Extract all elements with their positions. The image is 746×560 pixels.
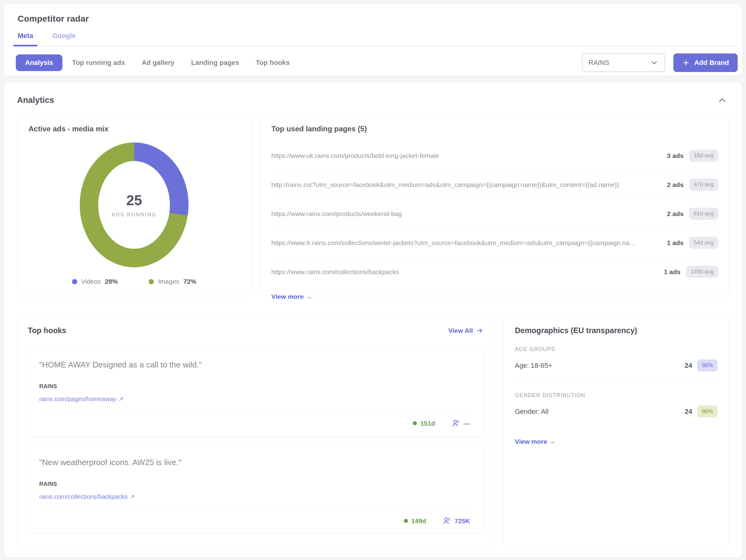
brand-select-value: RAINS — [589, 59, 609, 67]
view-more-link[interactable]: View more → — [271, 293, 312, 300]
media-mix-donut-chart: 25 ADS RUNNING — [80, 142, 189, 267]
landing-pages-title: Top used landing pages (5) — [271, 124, 718, 133]
external-link-icon: ↗ — [118, 395, 124, 403]
hook-link-url: rains.com/pages/homeaway — [39, 396, 116, 403]
ads-running-value: 25 — [126, 192, 142, 208]
chevron-up-icon[interactable] — [715, 94, 729, 106]
analytics-panel: Analytics Active ads - media mix 25 ADS … — [4, 82, 742, 558]
table-row: http://rains.co/?utm_source=facebook&utm… — [271, 170, 718, 199]
legend-label: Images — [158, 278, 179, 285]
nav-analysis[interactable]: Analysis — [16, 54, 62, 71]
view-all-label: View All — [449, 327, 473, 334]
hook-reach: 725K — [443, 517, 470, 525]
top-hooks-card: Top hooks View All "HOME AWAY Designed a… — [17, 313, 494, 547]
table-row: https://www.fr.rains.com/collections/win… — [271, 228, 718, 257]
legend-value: 72% — [183, 278, 196, 285]
age-count: 24 — [685, 362, 692, 370]
ads-count: 3 ads — [667, 152, 684, 160]
landing-page-url[interactable]: http://rains.co/?utm_source=facebook&utm… — [271, 181, 667, 189]
age-row-label: Age: 18-65+ — [515, 362, 685, 370]
nav-top-hooks[interactable]: Top hooks — [249, 54, 297, 71]
media-mix-card: Active ads - media mix 25 ADS RUNNING Vi… — [17, 114, 251, 296]
gender-count: 24 — [685, 408, 692, 416]
landing-page-url[interactable]: https://www.fr.rains.com/collections/win… — [271, 239, 667, 247]
analytics-title: Analytics — [17, 95, 54, 105]
ads-count: 2 ads — [667, 181, 684, 189]
avg-days-badge: 61d avg — [689, 208, 718, 220]
hook-link[interactable]: rains.com/pages/homeaway ↗ — [39, 395, 124, 403]
legend-item-images: Images 72% — [149, 278, 196, 285]
toolbar: Analysis Top running ads Ad gallery Land… — [18, 53, 738, 72]
landing-page-url[interactable]: https://www.uk.rains.com/products/bold-l… — [271, 152, 667, 160]
view-more-link[interactable]: View more → — [515, 438, 556, 445]
hook-link[interactable]: rains.com/collections/backpacks ↗ — [39, 493, 135, 500]
nav-landing-pages[interactable]: Landing pages — [184, 54, 246, 71]
divider — [515, 381, 718, 381]
hook-brand: RAINS — [39, 481, 472, 487]
hook-quote: "New weatherproof icons. AW25 is live." — [39, 458, 472, 467]
hook-brand: RAINS — [39, 383, 472, 390]
hook-card: "HOME AWAY Designed as a call to the wil… — [27, 348, 485, 437]
demo-row-age: Age: 18-65+ 24 96% — [515, 359, 718, 371]
hook-link-url: rains.com/collections/backpacks — [39, 493, 127, 500]
platform-tabs: Meta Google — [13, 30, 738, 46]
tab-meta[interactable]: Meta — [13, 30, 37, 46]
avg-days-badge: 18d avg — [689, 149, 718, 162]
legend-item-videos: Videos 28% — [72, 278, 118, 285]
avg-days-badge: 54d avg — [689, 237, 718, 249]
top-hooks-title: Top hooks — [28, 326, 66, 335]
analytics-header: Analytics — [17, 94, 729, 106]
legend-dot — [149, 279, 154, 284]
landing-page-url[interactable]: https://www.rains.com/products/weekend-b… — [271, 210, 667, 218]
legend-dot — [72, 279, 77, 284]
section-nav: Analysis Top running ads Ad gallery Land… — [16, 54, 296, 71]
ads-count: 1 ads — [664, 268, 681, 276]
demographics-card: Demographics (EU transparency) AGE GROUP… — [504, 313, 729, 547]
age-pct-badge: 96% — [697, 359, 718, 371]
legend-value: 28% — [105, 278, 118, 285]
arrow-right-icon — [476, 327, 483, 334]
landing-page-url[interactable]: https://www.rains.com/collections/backpa… — [271, 268, 664, 276]
hook-reach-value: 725K — [455, 517, 470, 525]
top-hooks-header: Top hooks View All — [27, 326, 485, 335]
gender-row-label: Gender: All — [515, 408, 685, 416]
header-controls: RAINS Add Brand — [582, 53, 738, 72]
add-brand-label: Add Brand — [694, 59, 729, 67]
brand-select[interactable]: RAINS — [582, 53, 665, 72]
ads-count: 1 ads — [667, 239, 684, 247]
ads-running-label: ADS RUNNING — [112, 212, 157, 218]
hook-days: 151d — [413, 420, 435, 427]
table-row: https://www.rains.com/products/weekend-b… — [271, 199, 718, 228]
media-mix-title: Active ads - media mix — [28, 124, 240, 133]
hook-reach: — — [452, 419, 470, 427]
users-icon — [443, 517, 451, 525]
hook-days: 149d — [404, 517, 426, 525]
view-all-link[interactable]: View All — [449, 327, 483, 334]
table-row: https://www.rains.com/collections/backpa… — [271, 257, 718, 286]
users-icon — [452, 419, 460, 427]
gender-pct-badge: 96% — [697, 405, 718, 418]
hook-days-value: 149d — [411, 517, 426, 525]
table-row: https://www.uk.rains.com/products/bold-l… — [271, 141, 718, 170]
avg-days-badge: 67d avg — [689, 179, 718, 191]
demo-row-gender: Gender: All 24 96% — [515, 405, 718, 418]
analytics-row-2: Top hooks View All "HOME AWAY Designed a… — [17, 313, 729, 547]
active-dot-icon — [413, 421, 417, 425]
avg-days-badge: 149d avg — [686, 266, 718, 278]
donut-legend: Videos 28% Images 72% — [28, 278, 240, 285]
tab-google[interactable]: Google — [48, 30, 80, 46]
active-dot-icon — [404, 519, 408, 523]
age-groups-label: AGE GROUPS — [515, 346, 718, 353]
hook-footer: 149d 725K — [39, 509, 472, 525]
hook-quote: "HOME AWAY Designed as a call to the wil… — [39, 360, 472, 370]
page-title: Competitor radar — [18, 14, 738, 24]
add-brand-button[interactable]: Add Brand — [673, 53, 738, 72]
plus-icon — [682, 59, 690, 67]
demographics-title: Demographics (EU transparency) — [515, 326, 718, 335]
hook-days-value: 151d — [420, 420, 435, 427]
external-link-icon: ↗ — [130, 493, 135, 500]
competitor-radar-panel: Competitor radar Meta Google Analysis To… — [4, 4, 742, 76]
hook-card: "New weatherproof icons. AW25 is live." … — [27, 446, 485, 533]
nav-ad-gallery[interactable]: Ad gallery — [135, 54, 181, 71]
nav-top-running-ads[interactable]: Top running ads — [65, 54, 132, 71]
